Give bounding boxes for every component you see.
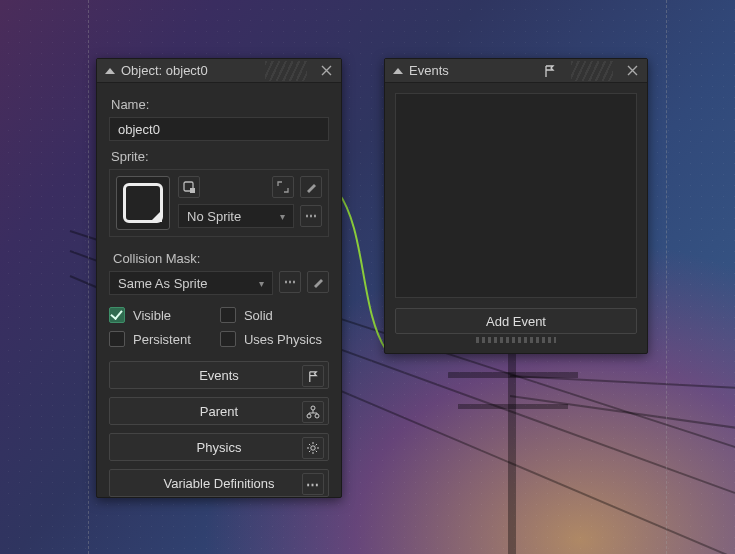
uses-physics-checkbox[interactable]: Uses Physics: [220, 331, 329, 347]
collapse-icon[interactable]: [393, 68, 403, 74]
close-icon[interactable]: [317, 62, 335, 80]
svg-point-2: [311, 406, 315, 410]
more-icon: ⋯: [302, 473, 324, 495]
name-label: Name:: [111, 97, 329, 112]
events-panel-title: Events: [409, 63, 449, 78]
sprite-select-value: No Sprite: [187, 209, 241, 224]
visible-checkbox[interactable]: Visible: [109, 307, 198, 323]
svg-point-5: [311, 446, 315, 450]
resize-grip[interactable]: [476, 337, 556, 343]
close-icon[interactable]: [623, 62, 641, 80]
collision-mask-value: Same As Sprite: [118, 276, 208, 291]
collision-mask-label: Collision Mask:: [113, 251, 329, 266]
svg-rect-1: [190, 188, 195, 193]
add-event-button[interactable]: Add Event: [395, 308, 637, 334]
hierarchy-icon: [302, 401, 324, 423]
sprite-more-button[interactable]: ⋯: [300, 205, 322, 227]
variable-definitions-button[interactable]: Variable Definitions ⋯: [109, 469, 329, 497]
events-list[interactable]: [395, 93, 637, 298]
collision-edit-button[interactable]: [307, 271, 329, 293]
svg-point-3: [307, 414, 311, 418]
edit-sprite-button[interactable]: [300, 176, 322, 198]
flag-icon: [302, 365, 324, 387]
titlebar-grip: [265, 61, 307, 81]
solid-checkbox[interactable]: Solid: [220, 307, 329, 323]
collision-more-button[interactable]: ⋯: [279, 271, 301, 293]
events-button[interactable]: Events: [109, 361, 329, 389]
collapse-icon[interactable]: [105, 68, 115, 74]
sprite-select[interactable]: No Sprite ▾: [178, 204, 294, 228]
object-panel-title: Object: object0: [121, 63, 208, 78]
physics-button[interactable]: Physics: [109, 433, 329, 461]
name-input[interactable]: [109, 117, 329, 141]
gear-icon: [302, 437, 324, 459]
expand-sprite-button[interactable]: [272, 176, 294, 198]
new-sprite-button[interactable]: [178, 176, 200, 198]
sprite-label: Sprite:: [111, 149, 329, 164]
svg-point-4: [315, 414, 319, 418]
sprite-preview[interactable]: [116, 176, 170, 230]
flag-icon: [543, 64, 557, 78]
parent-button[interactable]: Parent: [109, 397, 329, 425]
collision-mask-select[interactable]: Same As Sprite ▾: [109, 271, 273, 295]
titlebar-grip: [571, 61, 613, 81]
persistent-checkbox[interactable]: Persistent: [109, 331, 198, 347]
